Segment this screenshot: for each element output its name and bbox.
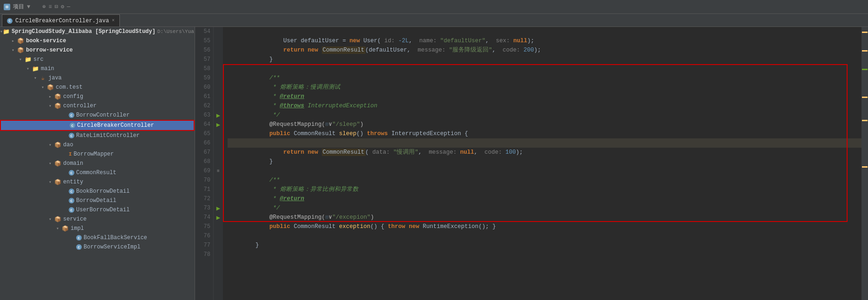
code-line-64: public CommonResult sleep() throws Inter…: [228, 120, 861, 129]
module-icon-book: 📦: [17, 37, 24, 45]
tree-item-com-test[interactable]: ▾ 📦 com.test: [0, 83, 195, 92]
toolbar-sync-icon[interactable]: ⊕: [42, 3, 46, 10]
expand-icon-borrow[interactable]: ▾: [9, 46, 17, 54]
tree-item-impl[interactable]: ▾ 📦 impl: [0, 224, 195, 233]
tree-item-java[interactable]: ▾ ☕ java: [0, 73, 195, 83]
class-icon-cbc: C: [70, 123, 75, 128]
project-folder-icon: 📁: [3, 28, 10, 35]
package-icon-com-test: 📦: [46, 84, 54, 91]
tree-item-book-borrow-detail[interactable]: C BookBorrowDetail: [0, 187, 195, 196]
borrow-controller-label: BorrowController: [76, 112, 130, 118]
spacer-ubd: [61, 206, 69, 214]
code-line-72: */: [228, 194, 861, 203]
expand-icon-book[interactable]: ▸: [9, 37, 17, 45]
spacer-rlc: [61, 132, 69, 139]
tree-item-src[interactable]: ▾ 📁 src: [0, 55, 195, 64]
folder-icon-main: 📁: [32, 65, 39, 72]
code-line-58: /**: [228, 64, 861, 73]
tree-item-borrow-service-impl[interactable]: C BorrowServiceImpl: [0, 242, 195, 252]
spacer-bc: [61, 111, 69, 119]
line-numbers: 54 55 56 57 58 59 60 61 62 63 64 65 66 6…: [195, 27, 214, 300]
toolbar-split-icon[interactable]: ⊟: [55, 3, 58, 10]
expand-icon-dao[interactable]: ▾: [46, 141, 54, 149]
code-area[interactable]: User defaultUser = new User( id: -2L, na…: [223, 27, 861, 300]
service-label: service: [63, 216, 86, 222]
ok-stripe: [862, 69, 868, 70]
class-icon-bd: C: [69, 198, 74, 203]
toolbar-settings-icon[interactable]: ⚙: [61, 3, 64, 10]
warning-stripe-1: [862, 32, 868, 33]
tree-item-user-borrow-detail[interactable]: C UserBorrowDetail: [0, 205, 195, 215]
code-line-60: * @return: [228, 83, 861, 92]
expand-icon-src[interactable]: ▾: [17, 56, 24, 63]
tree-item-borrow-service[interactable]: ▾ 📦 borrow-service: [0, 46, 195, 55]
expand-icon-com-test[interactable]: ▾: [39, 84, 46, 91]
com-test-label: com.test: [56, 84, 83, 91]
tree-item-main[interactable]: ▾ 📁 main: [0, 64, 195, 73]
toolbar-minus-icon[interactable]: —: [67, 4, 70, 10]
class-icon-cr: C: [69, 170, 74, 176]
tree-item-borrow-detail[interactable]: C BorrowDetail: [0, 196, 195, 205]
tree-item-dao[interactable]: ▾ 📦 dao: [0, 140, 195, 150]
expand-icon-controller[interactable]: ▾: [46, 102, 54, 110]
tree-item-borrow-controller[interactable]: C BorrowController: [0, 111, 195, 120]
expand-icon-domain[interactable]: ▾: [46, 160, 54, 167]
borrow-detail-label: BorrowDetail: [76, 197, 116, 204]
tree-item-common-result[interactable]: C CommonResult: [0, 168, 195, 177]
domain-label: domain: [63, 160, 83, 167]
tab-circlebreaker[interactable]: C CircleBreakerController.java ×: [2, 14, 120, 26]
code-editor[interactable]: 54 55 56 57 58 59 60 61 62 63 64 65 66 6…: [195, 27, 868, 300]
tab-close-button[interactable]: ×: [112, 18, 115, 23]
tree-item-book-service[interactable]: ▸ 📦 book-service: [0, 36, 195, 46]
folder-icon-src: 📁: [24, 56, 32, 63]
spacer-bfbs: [69, 234, 76, 241]
book-service-label: book-service: [26, 38, 66, 44]
toolbar-list-icon[interactable]: ≡: [48, 4, 52, 10]
warning-stripe-4: [862, 120, 868, 121]
tree-item-config[interactable]: ▸ 📦 config: [0, 92, 195, 101]
tree-item-entity[interactable]: ▾ 📦 entity: [0, 177, 195, 187]
tree-item-root[interactable]: ▾ 📁 SpringCloudStudy_Alibaba [SpringClou…: [0, 27, 195, 36]
tree-item-controller[interactable]: ▾ 📦 controller: [0, 101, 195, 111]
expand-icon-entity[interactable]: ▾: [46, 178, 54, 186]
tree-item-circle-breaker-controller[interactable]: C CircleBreakerController: [0, 120, 195, 131]
code-line-67: }: [228, 148, 861, 157]
folder-icon-java: ☕: [39, 74, 46, 82]
package-icon-impl: 📦: [61, 225, 69, 232]
tree-item-borrow-mapper[interactable]: I BorrowMapper: [0, 150, 195, 159]
class-icon-bc: C: [69, 112, 74, 118]
expand-icon-java[interactable]: ▾: [32, 74, 39, 82]
spacer-bbd: [61, 188, 69, 195]
tree-item-book-fallback[interactable]: C BookFallBackService: [0, 233, 195, 242]
expand-icon-main[interactable]: ▾: [24, 65, 32, 72]
root-path: D:\Users\Yua...: [157, 29, 195, 34]
interface-icon-bm: I: [69, 151, 72, 157]
project-label: 项目: [13, 3, 24, 11]
expand-icon-service[interactable]: ▾: [46, 215, 54, 223]
package-icon-service: 📦: [54, 215, 61, 223]
project-dropdown-icon[interactable]: ▼: [27, 4, 30, 10]
tree-item-service[interactable]: ▾ 📦 service: [0, 215, 195, 224]
main-label: main: [41, 65, 54, 72]
class-icon-bfbs: C: [76, 235, 82, 241]
package-icon-config: 📦: [54, 93, 61, 100]
borrow-service-label: borrow-service: [26, 47, 73, 53]
warning-stripe-3: [862, 97, 868, 98]
tab-filename: CircleBreakerController.java: [15, 18, 109, 24]
right-scrollbar-panel: [861, 27, 868, 300]
code-line-71: * @return: [228, 185, 861, 194]
package-icon-domain: 📦: [54, 160, 61, 167]
title-bar-left: ▤ 项目 ▼ ⊕ ≡ ⊟ ⚙ —: [4, 3, 70, 11]
expand-icon-impl[interactable]: ▾: [54, 225, 61, 232]
java-label: java: [48, 75, 62, 81]
class-icon-ubd: C: [69, 207, 74, 213]
title-bar: ▤ 项目 ▼ ⊕ ≡ ⊟ ⚙ —: [0, 0, 868, 14]
tree-item-domain[interactable]: ▾ 📦 domain: [0, 159, 195, 168]
expand-icon-config[interactable]: ▸: [46, 93, 54, 100]
spacer-cbc: [62, 122, 70, 129]
warning-stripe-5: [862, 166, 868, 168]
impl-label: impl: [71, 225, 84, 232]
tree-item-rate-limit[interactable]: C RateLimitController: [0, 131, 195, 140]
code-line-74: public CommonResult exception() { throw …: [228, 213, 861, 222]
controller-label: controller: [63, 103, 97, 109]
